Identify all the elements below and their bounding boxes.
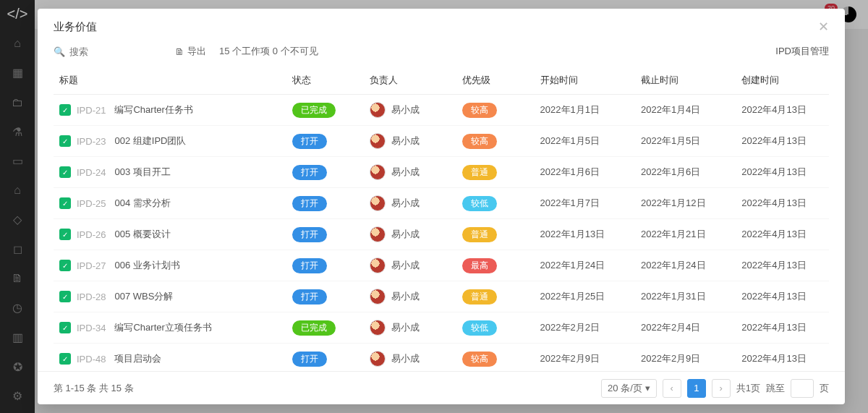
status-badge[interactable]: 打开 xyxy=(292,196,327,211)
export-label: 导出 xyxy=(187,45,206,58)
item-title: 002 组建IPD团队 xyxy=(114,135,186,148)
jump-label: 跳至 xyxy=(766,382,785,395)
item-title: 007 WBS分解 xyxy=(114,290,173,303)
item-title: 004 需求分析 xyxy=(114,197,170,210)
table-scroll[interactable]: 标题 状态 负责人 优先级 开始时间 截止时间 创建时间 ✓ IPD-21 编写… xyxy=(38,67,845,371)
status-badge[interactable]: 打开 xyxy=(292,165,327,180)
item-id: IPD-34 xyxy=(77,323,106,333)
modal-title: 业务价值 xyxy=(54,20,97,34)
status-badge[interactable]: 打开 xyxy=(292,352,327,367)
due-date: 2022年1月5日 xyxy=(635,126,736,157)
start-date: 2022年1月1日 xyxy=(535,95,635,126)
assignee-name: 易小成 xyxy=(391,352,420,365)
due-date: 2022年1月24日 xyxy=(635,250,736,281)
start-date: 2022年1月5日 xyxy=(535,126,635,157)
created-date: 2022年4月13日 xyxy=(736,281,829,312)
chevron-down-icon: ▾ xyxy=(645,383,650,393)
table-row[interactable]: ✓ IPD-25 004 需求分析 打开 易小成 较低 2022年1月7日 20… xyxy=(54,188,829,219)
priority-badge[interactable]: 普通 xyxy=(462,227,497,242)
col-created[interactable]: 创建时间 xyxy=(736,67,829,95)
priority-badge[interactable]: 普通 xyxy=(462,289,497,305)
start-date: 2022年2月9日 xyxy=(535,344,635,372)
modal-toolbar: 🔍 🗎 导出 15 个工作项 0 个不可见 IPD项目管理 xyxy=(38,45,845,67)
project-link[interactable]: IPD项目管理 xyxy=(775,45,829,58)
assignee-avatar xyxy=(370,164,386,180)
table-row[interactable]: ✓ IPD-26 005 概要设计 打开 易小成 普通 2022年1月13日 2… xyxy=(54,219,829,250)
check-icon: ✓ xyxy=(59,353,71,365)
page-number-button[interactable]: 1 xyxy=(687,379,706,398)
col-assignee[interactable]: 负责人 xyxy=(364,67,457,95)
assignee-avatar xyxy=(370,351,386,367)
start-date: 2022年1月25日 xyxy=(535,281,635,312)
total-pages-label: 共1页 xyxy=(736,382,760,395)
assignee-name: 易小成 xyxy=(391,103,420,116)
status-badge[interactable]: 已完成 xyxy=(292,320,336,336)
due-date: 2022年1月4日 xyxy=(635,95,736,126)
status-badge[interactable]: 打开 xyxy=(292,289,327,305)
assignee-avatar xyxy=(370,102,386,118)
col-start[interactable]: 开始时间 xyxy=(535,67,635,95)
item-title: 编写Charter立项任务书 xyxy=(114,321,211,334)
jump-page-input[interactable] xyxy=(791,379,814,398)
item-title: 006 业务计划书 xyxy=(114,259,179,272)
col-status[interactable]: 状态 xyxy=(286,67,364,95)
status-badge[interactable]: 打开 xyxy=(292,227,327,242)
status-badge[interactable]: 打开 xyxy=(292,258,327,273)
item-title: 003 项目开工 xyxy=(114,166,170,179)
table-row[interactable]: ✓ IPD-21 编写Charter任务书 已完成 易小成 较高 2022年1月… xyxy=(54,95,829,126)
priority-badge[interactable]: 较高 xyxy=(462,103,497,118)
priority-badge[interactable]: 最高 xyxy=(462,258,497,273)
close-icon[interactable]: ✕ xyxy=(818,19,829,35)
priority-badge[interactable]: 较低 xyxy=(462,320,497,336)
status-badge[interactable]: 打开 xyxy=(292,134,327,149)
search-icon: 🔍 xyxy=(54,46,65,57)
export-button[interactable]: 🗎 导出 xyxy=(175,45,206,58)
check-icon: ✓ xyxy=(59,229,71,240)
priority-badge[interactable]: 较高 xyxy=(462,134,497,149)
check-icon: ✓ xyxy=(59,260,71,271)
table-row[interactable]: ✓ IPD-34 编写Charter立项任务书 已完成 易小成 较低 2022年… xyxy=(54,312,829,344)
start-date: 2022年1月24日 xyxy=(535,250,635,281)
col-title[interactable]: 标题 xyxy=(54,67,286,95)
item-id: IPD-48 xyxy=(77,354,106,365)
priority-badge[interactable]: 较高 xyxy=(462,352,497,367)
check-icon: ✓ xyxy=(59,322,71,333)
start-date: 2022年1月7日 xyxy=(535,188,635,219)
table-row[interactable]: ✓ IPD-28 007 WBS分解 打开 易小成 普通 2022年1月25日 … xyxy=(54,281,829,312)
page-size-select[interactable]: 20 条/页 ▾ xyxy=(601,379,657,398)
check-icon: ✓ xyxy=(59,135,71,147)
table-row[interactable]: ✓ IPD-27 006 业务计划书 打开 易小成 最高 2022年1月24日 … xyxy=(54,250,829,281)
assignee-name: 易小成 xyxy=(391,197,420,210)
start-date: 2022年2月2日 xyxy=(535,312,635,344)
col-due[interactable]: 截止时间 xyxy=(635,67,736,95)
item-id: IPD-27 xyxy=(77,260,106,271)
page-suffix: 页 xyxy=(820,382,829,395)
created-date: 2022年4月13日 xyxy=(736,157,829,188)
assignee-avatar xyxy=(370,320,386,336)
assignee-name: 易小成 xyxy=(391,321,420,334)
work-items-modal: 业务价值 ✕ 🔍 🗎 导出 15 个工作项 0 个不可见 IPD项目管理 标题 … xyxy=(38,9,845,404)
search-input-wrap: 🔍 xyxy=(54,46,162,57)
next-page-button[interactable]: › xyxy=(712,379,731,398)
assignee-avatar xyxy=(370,289,386,305)
check-icon: ✓ xyxy=(59,104,71,116)
work-items-table: 标题 状态 负责人 优先级 开始时间 截止时间 创建时间 ✓ IPD-21 编写… xyxy=(54,67,829,371)
priority-badge[interactable]: 普通 xyxy=(462,165,497,180)
status-badge[interactable]: 已完成 xyxy=(292,103,336,118)
item-title: 编写Charter任务书 xyxy=(114,103,192,116)
created-date: 2022年4月13日 xyxy=(736,312,829,344)
assignee-name: 易小成 xyxy=(391,259,420,272)
item-title: 005 概要设计 xyxy=(114,228,170,241)
table-row[interactable]: ✓ IPD-24 003 项目开工 打开 易小成 普通 2022年1月6日 20… xyxy=(54,157,829,188)
col-priority[interactable]: 优先级 xyxy=(456,67,534,95)
prev-page-button[interactable]: ‹ xyxy=(663,379,681,398)
created-date: 2022年4月13日 xyxy=(736,95,829,126)
table-row[interactable]: ✓ IPD-23 002 组建IPD团队 打开 易小成 较高 2022年1月5日… xyxy=(54,126,829,157)
search-input[interactable] xyxy=(69,46,142,57)
priority-badge[interactable]: 较低 xyxy=(462,196,497,211)
table-row[interactable]: ✓ IPD-48 项目启动会 打开 易小成 较高 2022年2月9日 2022年… xyxy=(54,344,829,372)
created-date: 2022年4月13日 xyxy=(736,250,829,281)
check-icon: ✓ xyxy=(59,166,71,178)
assignee-avatar xyxy=(370,257,386,273)
created-date: 2022年4月13日 xyxy=(736,219,829,250)
